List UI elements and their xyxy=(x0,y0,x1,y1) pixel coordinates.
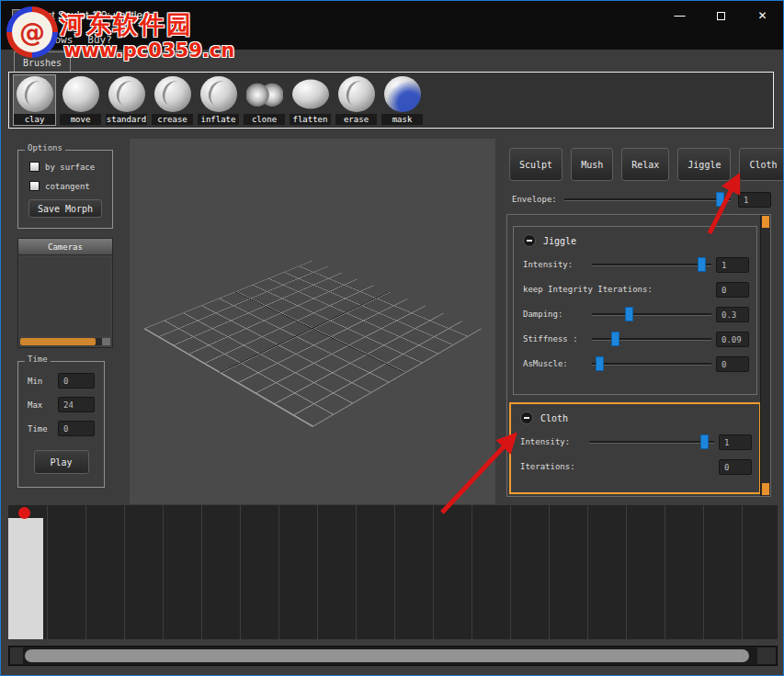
time-field[interactable]: 0 xyxy=(58,421,95,436)
brush-label: clay xyxy=(14,114,55,125)
scrollbar-left-button[interactable] xyxy=(10,648,23,664)
clay-brush-icon xyxy=(17,76,53,112)
scrollbar-handle[interactable] xyxy=(25,649,749,662)
horizontal-scrollbar[interactable] xyxy=(8,646,778,666)
slider-groove xyxy=(592,338,711,341)
keep-integrity-row: keep Integrity Iterations: 0 xyxy=(523,282,749,297)
slider-handle[interactable] xyxy=(698,257,706,272)
cameras-list[interactable] xyxy=(20,257,110,336)
slider-handle[interactable] xyxy=(716,192,724,207)
brush-mask[interactable]: mask xyxy=(381,75,423,125)
slider-handle[interactable] xyxy=(700,434,709,449)
intensity-field[interactable]: 1 xyxy=(716,257,749,273)
time-group: Time Min 0 Max 24 Time 0 Play xyxy=(17,361,105,488)
cloth-intensity-slider[interactable] xyxy=(589,434,714,449)
timeline-tick xyxy=(472,505,472,639)
by-surface-option[interactable]: by surface xyxy=(29,162,112,172)
maximize-button[interactable] xyxy=(700,1,742,30)
asmuscle-slider[interactable] xyxy=(592,356,711,371)
brush-toolbar: clay move standard crease inflate clone … xyxy=(8,72,774,129)
close-button[interactable]: ✕ xyxy=(742,1,783,30)
brush-standard[interactable]: standard xyxy=(106,75,147,125)
mode-button-sculpt[interactable]: Sculpt xyxy=(509,148,562,181)
timeline[interactable] xyxy=(8,505,778,639)
slider-groove xyxy=(589,441,714,444)
options-group-title: Options xyxy=(25,143,65,152)
inflate-brush-icon xyxy=(200,76,237,112)
mode-button-cloth[interactable]: Cloth xyxy=(739,148,784,181)
brush-label: crease xyxy=(152,114,193,125)
min-field[interactable]: 0 xyxy=(58,373,95,389)
params-scrollbar[interactable] xyxy=(760,215,770,496)
brush-clone[interactable]: clone xyxy=(244,75,285,125)
brush-label: move xyxy=(60,114,101,125)
brush-crease[interactable]: crease xyxy=(152,75,193,125)
brush-label: inflate xyxy=(198,114,239,125)
cloth-intensity-field[interactable]: 1 xyxy=(719,434,752,450)
max-label: Max xyxy=(28,400,53,410)
keep-integrity-field[interactable]: 0 xyxy=(716,282,749,298)
menubar: Windows Buy? xyxy=(1,30,783,50)
cameras-scrollbar[interactable] xyxy=(20,338,110,345)
timeline-tick xyxy=(124,505,125,639)
collapse-icon[interactable] xyxy=(520,411,533,424)
intensity-slider[interactable] xyxy=(592,257,711,272)
clone-brush-icon xyxy=(246,76,283,112)
brush-move[interactable]: move xyxy=(60,75,101,125)
asmuscle-field[interactable]: 0 xyxy=(716,356,749,372)
slider-handle[interactable] xyxy=(596,356,604,371)
slider-handle[interactable] xyxy=(611,332,619,346)
flatten-brush-icon xyxy=(292,80,329,109)
mode-button-mush[interactable]: Mush xyxy=(571,148,613,181)
timeline-tick xyxy=(510,505,511,639)
params-scrollbar-end[interactable] xyxy=(762,483,769,495)
cotangent-label: cotangent xyxy=(45,182,90,191)
time-time-row: Time 0 xyxy=(28,421,104,436)
mode-button-jiggle[interactable]: Jiggle xyxy=(677,148,731,181)
brush-label: flatten xyxy=(290,114,331,125)
brush-inflate[interactable]: inflate xyxy=(198,75,239,125)
cameras-scrollbar-handle[interactable] xyxy=(20,338,96,345)
scrollbar-right-button[interactable] xyxy=(757,648,776,664)
max-field[interactable]: 24 xyxy=(58,397,95,412)
brush-flatten[interactable]: flatten xyxy=(290,75,331,125)
envelope-field[interactable]: 1 xyxy=(738,192,771,208)
cotangent-option[interactable]: cotangent xyxy=(29,181,112,191)
timeline-tick xyxy=(163,505,164,639)
tab-brushes[interactable]: Brushes xyxy=(14,51,71,73)
viewport-3d[interactable] xyxy=(130,139,495,504)
brush-clay[interactable]: clay xyxy=(14,75,55,125)
slider-groove xyxy=(592,264,711,266)
menu-item-buy[interactable]: Buy? xyxy=(87,34,112,46)
timeline-tick xyxy=(278,505,279,639)
by-surface-checkbox[interactable] xyxy=(29,162,40,172)
timeline-tick xyxy=(626,505,627,639)
play-button[interactable]: Play xyxy=(34,450,89,474)
brush-erase[interactable]: erase xyxy=(335,75,377,125)
minimize-button[interactable]: — xyxy=(659,1,700,30)
cloth-iterations-field[interactable]: 0 xyxy=(719,459,752,475)
cameras-panel: Cameras xyxy=(17,238,113,348)
intensity-label: Intensity: xyxy=(523,260,587,269)
menu-item-windows[interactable]: Windows xyxy=(30,34,73,46)
jiggle-section: Jiggle Intensity: 1 keep Integrity Itera… xyxy=(513,226,757,395)
mode-tabs: Sculpt Mush Relax Jiggle Cloth xyxy=(509,148,771,181)
cameras-scrollbar-end[interactable] xyxy=(102,338,110,345)
mode-button-relax[interactable]: Relax xyxy=(621,148,669,181)
timeline-tick xyxy=(587,505,588,639)
stiffness-slider[interactable] xyxy=(592,332,711,346)
collapse-icon[interactable] xyxy=(523,234,536,247)
envelope-slider[interactable] xyxy=(564,192,731,207)
window-controls: — ✕ xyxy=(659,1,783,30)
stiffness-field[interactable]: 0.09 xyxy=(716,332,749,347)
damping-field[interactable]: 0.3 xyxy=(716,307,749,322)
params-scrollbar-handle[interactable] xyxy=(762,216,769,228)
cotangent-checkbox[interactable] xyxy=(29,181,40,191)
save-morph-button[interactable]: Save Morph xyxy=(28,199,102,218)
damping-slider[interactable] xyxy=(592,307,711,321)
timeline-tick xyxy=(665,505,665,639)
playhead-dot[interactable] xyxy=(18,507,30,519)
cameras-header[interactable]: Cameras xyxy=(18,239,112,255)
playhead-column[interactable] xyxy=(8,518,43,639)
slider-handle[interactable] xyxy=(625,307,633,321)
